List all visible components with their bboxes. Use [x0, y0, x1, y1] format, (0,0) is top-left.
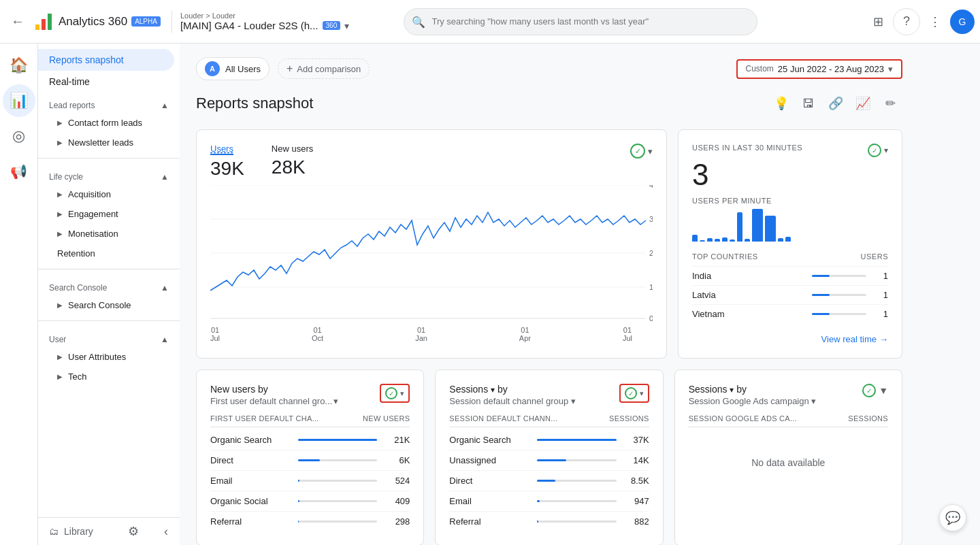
table-row: Organic Search 21K [210, 430, 410, 450]
nav-divider [38, 158, 180, 159]
edit-icon-button[interactable]: ✏ [878, 91, 902, 116]
card-title-area: New users by First user default channel … [210, 384, 338, 406]
nav-sub-item-acquisition[interactable]: ▶ Acquisition [38, 184, 180, 204]
table-row: Direct 8.5K [449, 471, 649, 491]
sidebar-icon-explore[interactable]: ◎ [3, 120, 35, 152]
card-subtitle[interactable]: Session Google Ads campaign ▾ [689, 396, 817, 406]
table-row: Organic Search 37K [449, 430, 649, 450]
country-count: 1 [875, 290, 888, 300]
table-row: Direct 6K [210, 450, 410, 471]
settings-button[interactable]: ⚙ [120, 518, 147, 545]
dropdown-arrow-icon: ▾ [400, 389, 404, 398]
new-users-label[interactable]: New users [272, 144, 313, 154]
country-bar-wrap [812, 275, 866, 277]
section-title: Lead reports [49, 101, 95, 110]
nav-section-lead-reports[interactable]: Lead reports ▲ [38, 93, 180, 113]
feedback-button[interactable]: 💬 [939, 504, 966, 531]
arrow-icon: ▶ [57, 230, 63, 237]
search-input[interactable] [404, 8, 757, 35]
nav-sub-item-newsletter[interactable]: ▶ Newsletter leads [38, 133, 180, 152]
country-bar-wrap [812, 294, 866, 296]
nav-sub-item-search-console[interactable]: ▶ Search Console [38, 295, 180, 315]
card-check-outlined[interactable]: ✓ ▾ [619, 384, 649, 403]
share-icon-button[interactable]: 🔗 [823, 91, 848, 116]
analytics-icon-button[interactable]: 📈 [851, 91, 875, 116]
sidebar-icon-home[interactable]: 🏠 [3, 49, 35, 82]
users-value: 39K [210, 158, 244, 180]
mini-bar [737, 212, 742, 242]
property-selector[interactable]: [MAIN] GA4 - Louder S2S (h... 360 ▾ [180, 20, 349, 31]
country-row-vietnam: Vietnam 1 [692, 304, 888, 323]
page-title: Reports snapshot [196, 95, 313, 112]
property-info: Louder > Louder [MAIN] GA4 - Louder S2S … [180, 12, 349, 31]
section-chevron-icon: ▲ [161, 101, 169, 110]
more-button[interactable]: ⋮ [921, 8, 949, 35]
nav-sub-item-retention[interactable]: Retention [38, 244, 180, 263]
nav-sub-item-label: Engagement [68, 209, 118, 219]
breadcrumb: Louder > Louder [180, 12, 349, 20]
x-label-jan: 01Jan [415, 326, 427, 342]
grid-button[interactable]: ⊞ [864, 8, 892, 35]
avatar[interactable]: G [950, 10, 975, 34]
add-comparison-button[interactable]: + Add comparison [278, 59, 370, 79]
x-label-jul2: 01Jul [623, 326, 632, 342]
mini-bar [707, 238, 713, 242]
sidebar-icon-advertising[interactable]: 📢 [3, 155, 35, 188]
library-button[interactable]: 🗂 Library [38, 518, 114, 545]
nav-section-user[interactable]: User ▲ [38, 327, 180, 347]
card-subtitle[interactable]: Session default channel group ▾ [449, 396, 576, 406]
card-title: Sessions ▾ by [689, 384, 817, 395]
search-icon: 🔍 [412, 15, 425, 28]
nav-item-label: Real-time [49, 76, 90, 87]
library-label: Library [64, 526, 93, 537]
nav-sub-item-contact-form[interactable]: ▶ Contact form leads [38, 113, 180, 133]
view-realtime-link[interactable]: View real time → [692, 334, 888, 344]
country-count: 1 [875, 309, 888, 319]
logo: Analytics 360 ALPHA [33, 11, 161, 33]
metrics-row: Users 39K New users 28K [210, 144, 313, 180]
page-actions: 💡 🖫 🔗 📈 ✏ [769, 91, 902, 116]
filter-icon: ▼ [879, 385, 888, 396]
nav-sub-item-user-attributes[interactable]: ▶ User Attributes [38, 347, 180, 367]
users-chart: 400 300 200 100 0 [210, 185, 653, 321]
help-button[interactable]: ? [893, 8, 920, 35]
back-button[interactable]: ← [5, 10, 30, 34]
users-label[interactable]: Users [210, 144, 233, 155]
divider [172, 11, 172, 33]
table-row: Referral 298 [210, 512, 410, 531]
sidebar-icon-reports[interactable]: 📊 [3, 84, 35, 117]
nav-section-lifecycle[interactable]: Life cycle ▲ [38, 164, 180, 184]
mini-bar [785, 237, 791, 242]
check-icon: ✓ [625, 387, 637, 399]
card-subtitle[interactable]: First user default channel gro... ▾ [210, 396, 338, 406]
collapse-button[interactable]: ‹ [152, 518, 180, 545]
chevron-icon: ▾ [333, 396, 338, 406]
no-data-message: No data available [689, 430, 888, 495]
table-row: Organic Social 409 [210, 491, 410, 512]
date-range-button[interactable]: Custom 25 Jun 2022 - 23 Aug 2023 ▾ [736, 59, 902, 79]
nav-sub-item-label: Retention [57, 248, 95, 259]
new-users-metric: New users 28K [272, 144, 313, 180]
insight-icon-button[interactable]: 💡 [769, 91, 794, 116]
realtime-card: USERS IN LAST 30 MINUTES ✓ ▾ 3 USERS PER… [678, 129, 902, 359]
chart-line [210, 212, 646, 291]
save-icon-button[interactable]: 🖫 [796, 91, 821, 116]
nav-sub-item-tech[interactable]: ▶ Tech [38, 367, 180, 386]
card-check-outlined[interactable]: ✓ ▾ [380, 384, 410, 403]
arrow-icon: → [879, 334, 888, 344]
card-title-area: Sessions ▾ by Session Google Ads campaig… [689, 384, 817, 406]
nav-section-search-console[interactable]: Search Console ▲ [38, 275, 180, 295]
all-users-chip[interactable]: A All Users [196, 57, 270, 80]
dropdown-button[interactable]: ▾ [648, 146, 653, 156]
nav-sub-item-engagement[interactable]: ▶ Engagement [38, 204, 180, 224]
nav-sub-item-monetisation[interactable]: ▶ Monetisation [38, 224, 180, 244]
country-row-latvia: Latvia 1 [692, 285, 888, 304]
country-bar [812, 294, 830, 296]
svg-text:100: 100 [649, 283, 653, 291]
nav-item-realtime[interactable]: Real-time [38, 71, 174, 93]
nav-item-reports-snapshot[interactable]: Reports snapshot [38, 49, 174, 71]
section-chevron-icon: ▲ [161, 335, 169, 344]
logo-text: Analytics 360 [59, 15, 127, 29]
svg-text:0: 0 [649, 314, 653, 321]
country-row-india: India 1 [692, 266, 888, 285]
